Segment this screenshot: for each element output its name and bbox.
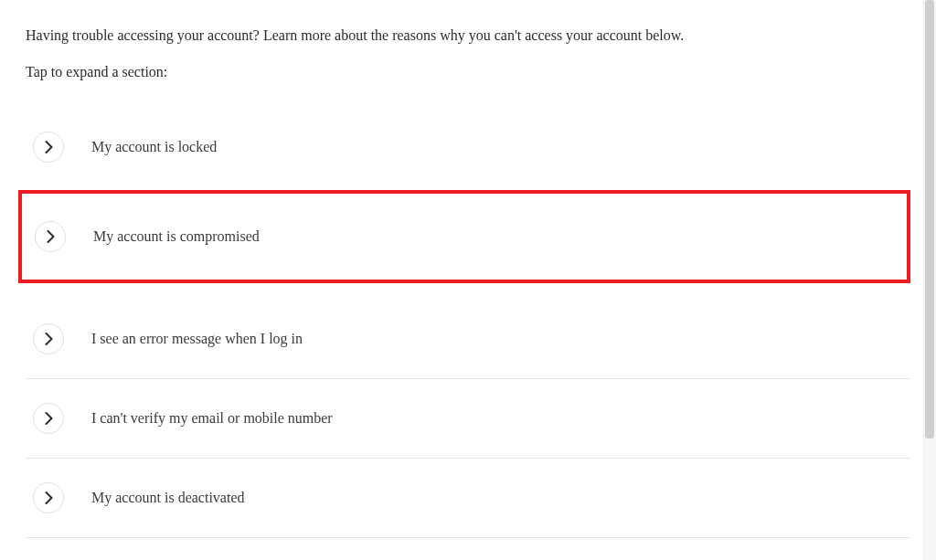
accordion-item-label: I can't verify my email or mobile number (91, 410, 333, 427)
accordion-item-label: My account is compromised (93, 228, 260, 245)
scrollbar-track[interactable] (923, 0, 936, 560)
help-content: Having trouble accessing your account? L… (0, 0, 936, 560)
accordion-item-compromised[interactable]: My account is compromised (22, 194, 907, 280)
intro-text: Having trouble accessing your account? L… (26, 27, 910, 44)
accordion-item-locked[interactable]: My account is locked (26, 108, 910, 186)
accordion-item-label: My account is deactivated (91, 490, 245, 506)
accordion-item-label: I see an error message when I log in (91, 331, 303, 347)
accordion-list: My account is locked My account is compr… (26, 108, 910, 560)
accordion-item-error-message[interactable]: I see an error message when I log in (26, 300, 910, 379)
accordion-item-temp-disabled[interactable]: My account is temporarily disabled (26, 538, 910, 560)
chevron-right-icon (33, 403, 64, 434)
accordion-item-deactivated[interactable]: My account is deactivated (26, 459, 910, 538)
accordion-item-verify[interactable]: I can't verify my email or mobile number (26, 379, 910, 459)
accordion-item-label: My account is locked (91, 139, 217, 155)
tap-hint-text: Tap to expand a section: (26, 64, 910, 80)
chevron-right-icon (35, 221, 66, 252)
scrollbar-thumb[interactable] (925, 0, 934, 438)
chevron-right-icon (33, 132, 64, 163)
chevron-right-icon (33, 482, 64, 513)
highlight-box: My account is compromised (18, 190, 910, 283)
chevron-right-icon (33, 323, 64, 354)
